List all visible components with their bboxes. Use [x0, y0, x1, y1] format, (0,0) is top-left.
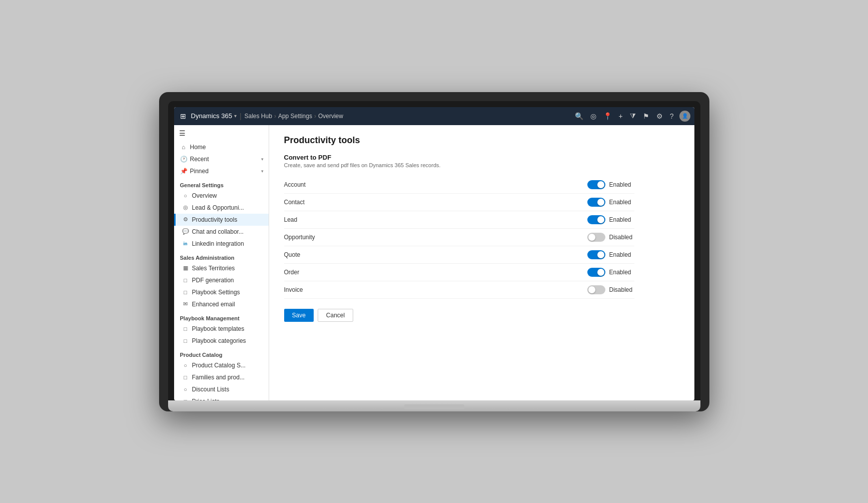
account-toggle[interactable] — [587, 180, 605, 189]
help-icon[interactable]: ? — [668, 111, 675, 121]
overview-label: Overview — [192, 192, 217, 199]
toggle-rows-container: Account Enabled Cont — [284, 176, 679, 299]
contact-status: Enabled — [609, 199, 634, 206]
save-button[interactable]: Save — [284, 309, 314, 322]
sidebar-item-playbook-settings[interactable]: □ Playbook Settings — [174, 286, 269, 298]
email-label: Enhanced email — [192, 301, 235, 308]
playbook-templates-icon: □ — [182, 326, 189, 332]
recent-chevron-icon: ▾ — [261, 157, 264, 162]
sidebar-item-product-catalog-settings[interactable]: ○ Product Catalog S... — [174, 359, 269, 371]
opportunity-label: Opportunity — [284, 234, 315, 241]
user-avatar[interactable]: 👤 — [679, 111, 690, 122]
grid-icon[interactable]: ⊞ — [178, 110, 188, 122]
sidebar-item-linkedin[interactable]: in Linkedin integration — [174, 238, 269, 250]
sidebar-item-recent[interactable]: 🕐 Recent ▾ — [174, 153, 269, 165]
content-area: Productivity tools Convert to PDF Create… — [269, 125, 694, 400]
catalog-settings-icon: ○ — [182, 362, 189, 368]
pin-icon: 📌 — [180, 168, 187, 175]
breadcrumb-app-settings[interactable]: App Settings — [278, 113, 312, 120]
playbook-settings-icon: □ — [182, 289, 189, 295]
families-label: Families and prod... — [192, 374, 245, 381]
email-icon: ✉ — [182, 301, 189, 307]
productivity-icon: ⚙ — [182, 216, 189, 223]
breadcrumb-sep-1: › — [274, 113, 276, 120]
add-icon[interactable]: + — [617, 111, 624, 121]
pinned-chevron-icon: ▾ — [261, 169, 264, 174]
price-lists-icon: □ — [182, 398, 189, 400]
territories-icon: ▦ — [182, 265, 189, 271]
search-icon[interactable]: 🔍 — [573, 111, 585, 121]
hamburger-icon[interactable]: ☰ — [174, 125, 269, 141]
convert-to-pdf-title: Convert to PDF — [284, 154, 679, 161]
opportunity-toggle-right: Disabled — [587, 233, 634, 242]
quote-toggle-right: Enabled — [587, 250, 634, 259]
nav-separator: | — [240, 112, 242, 120]
families-icon: □ — [182, 374, 189, 380]
toggle-row-invoice: Invoice Disabled — [284, 281, 634, 299]
general-settings-header: General Settings — [174, 177, 269, 190]
sidebar-item-productivity-tools[interactable]: ⚙ Productivity tools — [174, 214, 269, 226]
home-icon: ⌂ — [180, 144, 187, 151]
lead-label: Lead & Opportuni... — [192, 204, 244, 211]
sidebar-item-pdf-generation[interactable]: □ PDF generation — [174, 274, 269, 286]
quote-toggle[interactable] — [587, 250, 605, 259]
productivity-label: Productivity tools — [192, 216, 238, 223]
top-nav-actions: 🔍 ◎ 📍 + ⧩ ⚑ ⚙ ? 👤 — [573, 111, 690, 122]
breadcrumb-sep-2: › — [314, 113, 316, 120]
playbook-categories-label: Playbook categories — [192, 337, 246, 344]
linkedin-label: Linkedin integration — [192, 240, 244, 247]
breadcrumb-sales-hub[interactable]: Sales Hub — [245, 113, 272, 120]
sidebar-item-sales-territories[interactable]: ▦ Sales Territories — [174, 262, 269, 274]
playbook-settings-label: Playbook Settings — [192, 289, 240, 296]
breadcrumb-overview[interactable]: Overview — [318, 113, 343, 120]
sidebar-item-playbook-categories[interactable]: □ Playbook categories — [174, 335, 269, 347]
account-label: Account — [284, 181, 306, 188]
lead-toggle[interactable] — [587, 215, 605, 224]
sidebar-item-price-lists[interactable]: □ Price Lists — [174, 395, 269, 400]
recent-icon: 🕐 — [180, 156, 187, 163]
sidebar-item-families-products[interactable]: □ Families and prod... — [174, 371, 269, 383]
breadcrumb: Sales Hub › App Settings › Overview — [245, 113, 343, 120]
settings-icon[interactable]: ⚙ — [655, 111, 664, 121]
invoice-label: Invoice — [284, 286, 303, 293]
sidebar: ☰ ⌂ Home 🕐 Recent ▾ — [174, 125, 269, 400]
toggle-row-account: Account Enabled — [284, 176, 634, 194]
filter-icon[interactable]: ⧩ — [628, 111, 637, 121]
linkedin-icon: in — [182, 241, 189, 246]
toggle-row-contact: Contact Enabled — [284, 194, 634, 211]
discount-label: Discount Lists — [192, 386, 230, 393]
toggle-row-lead: Lead Enabled — [284, 211, 634, 229]
trackpad — [404, 404, 464, 409]
sidebar-item-enhanced-email[interactable]: ✉ Enhanced email — [174, 298, 269, 310]
overview-icon: ○ — [182, 193, 189, 199]
playbook-mgmt-header: Playbook Management — [174, 310, 269, 323]
contact-toggle[interactable] — [587, 198, 605, 207]
cancel-button[interactable]: Cancel — [318, 309, 353, 322]
sidebar-item-overview[interactable]: ○ Overview — [174, 190, 269, 202]
main-layout: ☰ ⌂ Home 🕐 Recent ▾ — [174, 125, 694, 400]
toggle-row-order: Order Enabled — [284, 264, 634, 281]
sales-admin-header: Sales Administration — [174, 250, 269, 262]
sidebar-item-pinned[interactable]: 📌 Pinned ▾ — [174, 165, 269, 177]
pdf-label: PDF generation — [192, 277, 234, 284]
sidebar-item-lead-opportunity[interactable]: ◎ Lead & Opportuni... — [174, 202, 269, 214]
account-toggle-right: Enabled — [587, 180, 634, 189]
playbook-categories-icon: □ — [182, 338, 189, 344]
account-status: Enabled — [609, 181, 634, 188]
brand-button[interactable]: Dynamics 365 ▾ — [191, 112, 237, 120]
opportunity-toggle[interactable] — [587, 233, 605, 242]
sidebar-item-chat[interactable]: 💬 Chat and collabor... — [174, 226, 269, 238]
target-icon[interactable]: ◎ — [589, 111, 598, 121]
location-icon[interactable]: 📍 — [602, 111, 613, 121]
quote-label: Quote — [284, 251, 301, 258]
invoice-toggle-right: Disabled — [587, 285, 634, 294]
chat-label: Chat and collabor... — [192, 228, 244, 235]
sidebar-item-discount-lists[interactable]: ○ Discount Lists — [174, 383, 269, 395]
lead-toggle-right: Enabled — [587, 215, 634, 224]
order-status: Enabled — [609, 269, 634, 276]
flag-icon[interactable]: ⚑ — [641, 111, 651, 121]
sidebar-item-home[interactable]: ⌂ Home — [174, 141, 269, 153]
order-toggle[interactable] — [587, 268, 605, 277]
invoice-toggle[interactable] — [587, 285, 605, 294]
sidebar-item-playbook-templates[interactable]: □ Playbook templates — [174, 323, 269, 335]
